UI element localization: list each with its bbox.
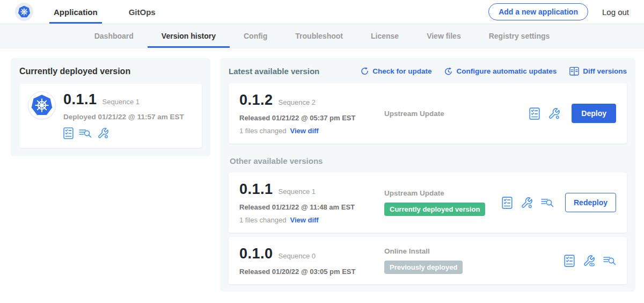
main-content: Currently deployed version 0.1.1 Sequenc… bbox=[0, 48, 644, 292]
tab-application[interactable]: Application bbox=[49, 0, 102, 24]
subnav-registry-settings[interactable]: Registry settings bbox=[475, 24, 564, 48]
header-right: Add a new application Log out bbox=[488, 3, 629, 20]
released-timestamp: Released 01/20/22 @ 03:05 pm EST bbox=[239, 268, 375, 276]
preflight-checks-icon[interactable] bbox=[502, 197, 513, 209]
check-for-update-label: Check for update bbox=[372, 67, 431, 75]
kubernetes-logo bbox=[15, 3, 33, 21]
configure-automatic-updates-label: Configure automatic updates bbox=[456, 67, 557, 75]
check-for-update-link[interactable]: Check for update bbox=[361, 67, 431, 75]
preflight-checks-icon[interactable] bbox=[63, 127, 74, 139]
currently-deployed-badge: Currently deployed version bbox=[384, 203, 485, 216]
app-icon bbox=[28, 91, 56, 119]
kubernetes-logo-icon bbox=[18, 5, 31, 18]
released-timestamp: Released 01/21/22 @ 11:48 am EST bbox=[239, 203, 375, 211]
preflight-checks-icon[interactable] bbox=[529, 107, 540, 120]
diff-icon bbox=[569, 67, 579, 76]
view-diff-link[interactable]: View diff bbox=[290, 216, 318, 224]
version-number: 0.1.1 bbox=[239, 181, 273, 198]
files-changed-label: 1 files changed bbox=[239, 216, 286, 224]
version-number: 0.1.2 bbox=[239, 92, 273, 109]
version-row-0.1.2: 0.1.2 Sequence 2 Released 01/21/22 @ 05:… bbox=[229, 83, 627, 143]
version-source: Online Install bbox=[384, 247, 564, 255]
previously-deployed-badge: Previously deployed bbox=[384, 261, 463, 274]
subnav-dashboard[interactable]: Dashboard bbox=[80, 24, 148, 48]
config-icon[interactable] bbox=[548, 107, 560, 120]
release-notes-icon[interactable] bbox=[79, 128, 92, 139]
add-application-button[interactable]: Add a new application bbox=[488, 3, 588, 20]
view-config-icon[interactable] bbox=[583, 255, 595, 267]
header-tabs: Application GitOps bbox=[49, 0, 160, 24]
schedule-icon bbox=[444, 67, 452, 75]
other-versions-title: Other available versions bbox=[230, 156, 627, 165]
subnav-license[interactable]: License bbox=[357, 24, 413, 48]
version-row-0.1.1: 0.1.1 Sequence 1 Released 01/21/22 @ 11:… bbox=[229, 172, 627, 233]
deployed-timestamp: Deployed 01/21/22 @ 11:57 am EST bbox=[63, 113, 184, 121]
deployed-sequence-label: Sequence 1 bbox=[103, 98, 140, 106]
latest-version-title: Latest available version bbox=[229, 67, 319, 76]
deployed-version-number: 0.1.1 bbox=[63, 91, 97, 108]
sequence-label: Sequence 2 bbox=[279, 98, 316, 106]
sequence-label: Sequence 1 bbox=[279, 187, 316, 196]
subnav-config[interactable]: Config bbox=[230, 24, 281, 48]
app-subnav: Dashboard Version history Config Trouble… bbox=[0, 24, 644, 48]
deployed-version-card: 0.1.1 Sequence 1 Deployed 01/21/22 @ 11:… bbox=[19, 84, 202, 148]
released-timestamp: Released 01/21/22 @ 05:37 pm EST bbox=[239, 114, 375, 122]
subnav-version-history[interactable]: Version history bbox=[148, 24, 230, 48]
subnav-troubleshoot[interactable]: Troubleshoot bbox=[281, 24, 357, 48]
version-number: 0.1.0 bbox=[239, 246, 273, 262]
release-notes-icon[interactable] bbox=[541, 197, 554, 208]
files-changed-label: 1 files changed bbox=[239, 127, 286, 135]
view-diff-link[interactable]: View diff bbox=[290, 127, 318, 135]
config-icon[interactable] bbox=[97, 127, 109, 139]
configure-automatic-updates-link[interactable]: Configure automatic updates bbox=[444, 67, 557, 75]
config-icon[interactable] bbox=[521, 197, 533, 209]
version-row-0.1.0: 0.1.0 Sequence 0 Released 01/20/22 @ 03:… bbox=[229, 237, 627, 284]
app-header: Application GitOps Add a new application… bbox=[0, 0, 644, 24]
tab-gitops[interactable]: GitOps bbox=[125, 0, 160, 24]
kubernetes-logo-icon bbox=[31, 94, 53, 117]
sequence-label: Sequence 0 bbox=[279, 252, 316, 260]
diff-versions-label: Diff versions bbox=[583, 67, 627, 75]
deploy-button[interactable]: Deploy bbox=[572, 104, 616, 123]
version-source: Upstream Update bbox=[384, 189, 502, 197]
deployed-panel-title: Currently deployed version bbox=[19, 67, 202, 76]
release-notes-icon[interactable] bbox=[603, 255, 616, 266]
refresh-icon bbox=[361, 67, 369, 75]
currently-deployed-panel: Currently deployed version 0.1.1 Sequenc… bbox=[11, 58, 210, 156]
diff-versions-link[interactable]: Diff versions bbox=[569, 67, 627, 76]
version-history-panel: Latest available version Check for updat… bbox=[220, 58, 635, 292]
preflight-checks-icon[interactable] bbox=[564, 255, 575, 267]
logout-button[interactable]: Log out bbox=[602, 8, 629, 17]
subnav-view-files[interactable]: View files bbox=[413, 24, 475, 48]
version-source: Upstream Update bbox=[384, 110, 529, 118]
redeploy-button[interactable]: Redeploy bbox=[565, 193, 616, 212]
